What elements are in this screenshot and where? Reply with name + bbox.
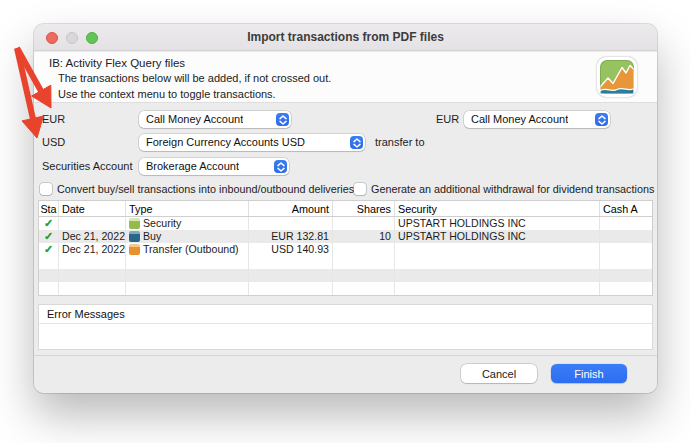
column-header-security[interactable]: Security — [395, 201, 600, 216]
popup-stepper-icon — [595, 113, 608, 126]
intro-line-2: Use the context menu to toggle transacti… — [58, 88, 657, 101]
import-transactions-dialog: Import transactions from PDF files IB: A… — [34, 24, 657, 393]
error-messages-title: Error Messages — [39, 305, 652, 324]
convert-deliveries-label: Convert buy/sell transactions into inbou… — [57, 183, 354, 195]
transfer-to-label: transfer to — [375, 134, 425, 151]
finish-button[interactable]: Finish — [551, 364, 627, 383]
transactions-table: Sta Date Type Amount Shares Security Cas… — [38, 200, 653, 296]
zoom-window-icon[interactable] — [86, 32, 98, 44]
intro-line-1: The transactions below will be added, if… — [58, 72, 657, 85]
securities-account-row: Securities Account Brokerage Account — [34, 158, 657, 175]
checkmark-icon: ✓ — [44, 230, 53, 243]
column-header-amount[interactable]: Amount — [249, 201, 333, 216]
generate-withdrawal-label: Generate an additional withdrawal for di… — [371, 183, 654, 195]
column-header-shares[interactable]: Shares — [333, 201, 395, 216]
cancel-button[interactable]: Cancel — [461, 364, 537, 383]
transfer-type-icon — [129, 244, 140, 255]
eur-account-select[interactable]: Call Money Account — [139, 111, 291, 128]
popup-stepper-icon — [274, 160, 287, 173]
column-header-type[interactable]: Type — [126, 201, 249, 216]
popup-stepper-icon — [350, 136, 363, 149]
buy-type-icon — [129, 231, 140, 242]
currency-label-usd: USD — [42, 134, 65, 151]
column-header-date[interactable]: Date — [59, 201, 126, 216]
checkmark-icon: ✓ — [44, 217, 53, 230]
security-type-icon — [129, 218, 140, 229]
intro-section: IB: Activity Flex Query files The transa… — [34, 52, 657, 103]
footer-bar: Cancel Finish — [34, 355, 657, 393]
table-row-empty — [39, 282, 653, 295]
column-header-cash-account[interactable]: Cash A — [600, 201, 653, 216]
securities-account-select[interactable]: Brokerage Account — [139, 158, 289, 175]
table-header[interactable]: Sta Date Type Amount Shares Security Cas… — [39, 201, 653, 217]
popup-stepper-icon — [276, 113, 289, 126]
usd-row: USD Foreign Currency Accounts USD transf… — [34, 134, 657, 151]
table-row-empty — [39, 256, 653, 269]
table-row-empty — [39, 269, 653, 282]
checkmark-icon: ✓ — [44, 243, 53, 256]
currency-label-eur-left: EUR — [42, 111, 65, 128]
table-row-buy[interactable]: ✓ Dec 21, 2022, Buy EUR 132.81 10 UPSTAR… — [39, 230, 653, 243]
table-row-transfer-outbound[interactable]: ✓ Dec 21, 2022, Transfer (Outbound) USD … — [39, 243, 653, 256]
error-messages-section: Error Messages — [38, 304, 653, 350]
app-logo-icon — [597, 57, 637, 97]
eur-row: EUR Call Money Account EUR Call Money Ac… — [34, 111, 657, 128]
eur-account-select-right[interactable]: Call Money Account — [464, 111, 610, 128]
close-window-icon[interactable] — [46, 32, 58, 44]
column-header-status[interactable]: Sta — [39, 201, 59, 216]
securities-account-label: Securities Account — [42, 158, 133, 175]
intro-heading: IB: Activity Flex Query files — [49, 57, 657, 69]
table-row-security[interactable]: ✓ Security UPSTART HOLDINGS INC — [39, 217, 653, 230]
usd-account-select[interactable]: Foreign Currency Accounts USD — [139, 134, 365, 151]
currency-label-eur-right: EUR — [436, 111, 459, 128]
titlebar[interactable]: Import transactions from PDF files — [34, 24, 657, 51]
minimize-window-icon[interactable] — [66, 32, 78, 44]
convert-deliveries-checkbox[interactable] — [40, 183, 52, 195]
window-title: Import transactions from PDF files — [34, 30, 657, 44]
convert-deliveries-option[interactable]: Convert buy/sell transactions into inbou… — [40, 182, 354, 196]
generate-withdrawal-checkbox[interactable] — [354, 183, 366, 195]
generate-withdrawal-option[interactable]: Generate an additional withdrawal for di… — [354, 182, 654, 196]
